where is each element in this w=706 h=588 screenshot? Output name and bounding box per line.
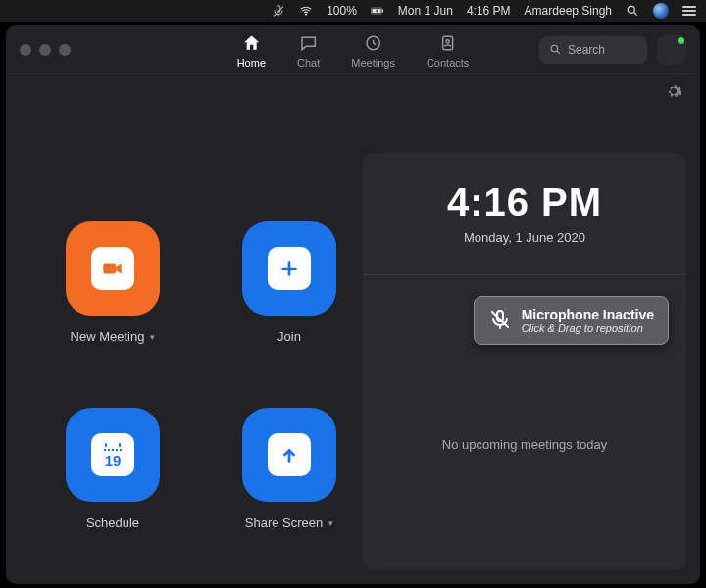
mic-off-icon — [488, 308, 512, 334]
titlebar: Home Chat Meetings Contacts Search — [6, 25, 700, 74]
tile-join[interactable]: Join — [216, 221, 363, 398]
gear-icon — [665, 82, 682, 100]
search-icon — [549, 43, 562, 56]
chevron-down-icon[interactable]: ▾ — [150, 332, 155, 342]
tile-schedule[interactable]: 19 Schedule — [39, 408, 186, 584]
tile-new-meeting[interactable]: New Meeting ▾ — [39, 221, 186, 398]
svg-rect-12 — [108, 449, 110, 451]
plus-icon — [268, 247, 311, 290]
svg-point-1 — [306, 14, 307, 15]
macos-menubar: 100% Mon 1 Jun 4:16 PM Amardeep Singh — [0, 0, 706, 22]
nav-chat-label: Chat — [297, 57, 320, 69]
svg-point-8 — [446, 40, 449, 43]
nav-home[interactable]: Home — [237, 33, 266, 69]
nav-home-label: Home — [237, 57, 266, 69]
settings-button[interactable] — [665, 82, 682, 103]
zoom-dot[interactable] — [59, 44, 71, 56]
siri-icon[interactable] — [653, 3, 669, 19]
toast-subtitle: Click & Drag to reposition — [522, 322, 654, 334]
wifi-icon[interactable] — [299, 4, 313, 18]
battery-percent: 100% — [327, 4, 357, 18]
calendar-day-number: 19 — [105, 453, 122, 467]
mic-muted-icon[interactable] — [272, 4, 285, 18]
svg-rect-10 — [103, 264, 116, 274]
clock-date: Monday, 1 June 2020 — [363, 230, 686, 245]
minimize-dot[interactable] — [39, 44, 51, 56]
clock-time: 4:16 PM — [363, 180, 686, 224]
tile-share-screen-label: Share Screen — [245, 515, 324, 530]
svg-rect-17 — [119, 443, 121, 447]
tile-schedule-label: Schedule — [86, 515, 139, 530]
control-center-icon[interactable] — [682, 6, 696, 16]
no-upcoming-text: No upcoming meetings today — [363, 437, 686, 452]
calendar-icon: 19 — [91, 433, 134, 476]
side-panel: 4:16 PM Monday, 1 June 2020 Microphone I… — [363, 153, 686, 570]
svg-rect-16 — [105, 443, 107, 447]
tile-join-label: Join — [277, 329, 301, 344]
search-placeholder: Search — [568, 43, 605, 57]
svg-rect-13 — [112, 449, 114, 451]
content: New Meeting ▾ Join 19 — [6, 74, 700, 584]
nav-chat[interactable]: Chat — [297, 33, 320, 69]
video-icon — [91, 247, 134, 290]
arrow-up-icon — [268, 433, 311, 476]
nav-meetings[interactable]: Meetings — [351, 33, 395, 69]
toast-title: Microphone Inactive — [522, 307, 654, 322]
spotlight-icon[interactable] — [626, 4, 639, 18]
nav-contacts-label: Contacts — [427, 57, 469, 69]
menubar-time[interactable]: 4:16 PM — [467, 4, 511, 18]
divider — [363, 274, 686, 275]
avatar[interactable] — [657, 35, 686, 65]
nav-meetings-label: Meetings — [351, 57, 395, 69]
top-nav: Home Chat Meetings Contacts — [237, 33, 470, 69]
chevron-down-icon[interactable]: ▾ — [328, 518, 333, 528]
action-tiles: New Meeting ▾ Join 19 — [20, 153, 343, 570]
battery-icon[interactable] — [371, 4, 384, 18]
svg-rect-14 — [116, 449, 118, 451]
search-input[interactable]: Search — [539, 36, 647, 64]
svg-point-9 — [551, 45, 558, 52]
close-dot[interactable] — [20, 44, 31, 56]
svg-point-5 — [628, 6, 634, 13]
svg-rect-4 — [382, 10, 383, 13]
mic-inactive-toast[interactable]: Microphone Inactive Click & Drag to repo… — [474, 296, 669, 345]
svg-rect-0 — [277, 6, 280, 12]
tile-share-screen[interactable]: Share Screen ▾ — [216, 408, 363, 584]
window-controls[interactable] — [20, 44, 71, 56]
clock: 4:16 PM Monday, 1 June 2020 — [363, 180, 686, 245]
tile-new-meeting-label: New Meeting — [71, 329, 145, 344]
svg-rect-15 — [120, 449, 122, 451]
menubar-date[interactable]: Mon 1 Jun — [398, 4, 453, 18]
app-window: Home Chat Meetings Contacts Search — [6, 25, 700, 584]
menubar-user[interactable]: Amardeep Singh — [525, 4, 612, 18]
svg-rect-11 — [104, 449, 106, 451]
nav-contacts[interactable]: Contacts — [427, 33, 469, 69]
